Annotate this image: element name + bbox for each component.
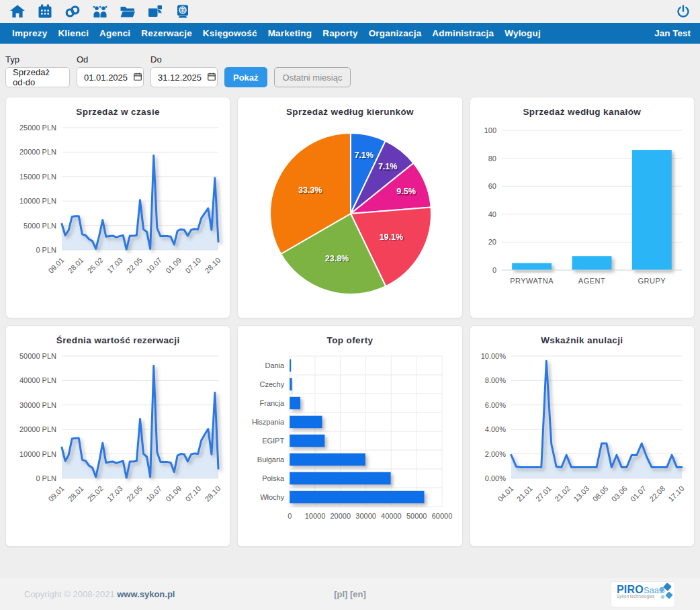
svg-text:9.5%: 9.5% [396, 187, 416, 196]
nav-marketing[interactable]: Marketing [263, 28, 318, 38]
from-date-input[interactable]: 01.01.2025 [77, 67, 144, 87]
nav-klienci[interactable]: Klienci [52, 28, 94, 38]
nav-agenci[interactable]: Agenci [94, 28, 136, 38]
user-menu[interactable]: Jan Test [652, 28, 693, 38]
svg-text:80: 80 [488, 155, 496, 163]
last-month-button[interactable]: Ostatni miesiąc [274, 67, 351, 87]
type-select[interactable]: Sprzedaż od-do [5, 67, 70, 87]
chart-title: Sprzedaż według kierunków [238, 97, 462, 120]
svg-text:0 PLN: 0 PLN [36, 246, 56, 254]
to-date-input[interactable]: 31.12.2025 [150, 67, 218, 87]
svg-text:33.3%: 33.3% [298, 185, 322, 195]
card-sales-by-destination: Sprzedaż według kierunków 7.1%7.1%7.1%7.… [237, 97, 462, 318]
svg-text:30000: 30000 [355, 512, 376, 520]
lang-en-link[interactable]: [en] [350, 589, 366, 599]
svg-text:13.03: 13.03 [572, 484, 591, 503]
svg-text:17.03: 17.03 [105, 484, 124, 503]
svg-text:0 PLN: 0 PLN [36, 474, 56, 482]
people-icon[interactable] [91, 3, 109, 21]
pirosaas-logo[interactable]: PIROSaaS Sykon technologies [611, 582, 674, 607]
svg-text:22.05: 22.05 [125, 256, 144, 275]
type-label: Typ [5, 54, 70, 64]
svg-text:07.10: 07.10 [183, 256, 202, 275]
svg-text:20000 PLN: 20000 PLN [19, 425, 56, 433]
sykon-link[interactable]: www.sykon.pl [117, 589, 175, 599]
sales-by-destination-pie: 7.1%7.1%7.1%7.1%9.5%9.5%19.1%19.1%23.8%2… [238, 120, 462, 308]
terminal-icon[interactable] [173, 3, 191, 21]
svg-text:50000: 50000 [406, 512, 427, 520]
show-button[interactable]: Pokaż [224, 67, 267, 87]
nav-ksiegowosc[interactable]: Księgowość [198, 28, 263, 38]
nav-organizacja[interactable]: Organizacja [363, 28, 427, 38]
svg-text:40000 PLN: 40000 PLN [19, 376, 56, 384]
calendar-icon[interactable] [36, 3, 54, 21]
svg-text:01.09: 01.09 [164, 484, 183, 503]
dashboard-grid: Sprzedaż w czasie 0 PLN5000 PLN10000 PLN… [0, 97, 700, 547]
svg-text:Włochy: Włochy [260, 493, 285, 501]
power-icon[interactable] [674, 3, 692, 20]
svg-text:60: 60 [488, 182, 496, 190]
svg-text:EGIPT: EGIPT [262, 437, 284, 445]
svg-text:40000: 40000 [381, 512, 402, 520]
calendar-picker-icon[interactable] [207, 72, 216, 83]
svg-text:Bułgaria: Bułgaria [257, 455, 285, 464]
filter-bar: Typ Sprzedaż od-do Od 01.01.2025 Do 31.1… [0, 44, 700, 97]
svg-text:25.02: 25.02 [85, 484, 104, 503]
svg-text:7.1%: 7.1% [354, 150, 374, 160]
svg-text:01.09: 01.09 [164, 256, 183, 275]
svg-text:21.02: 21.02 [553, 484, 572, 503]
nav-raporty[interactable]: Raporty [317, 28, 363, 38]
svg-text:Polska: Polska [262, 474, 285, 482]
svg-text:03.06: 03.06 [610, 484, 629, 503]
svg-text:23.8%: 23.8% [325, 254, 349, 263]
link-icon[interactable] [63, 3, 81, 21]
svg-text:AGENT: AGENT [578, 277, 605, 285]
svg-text:07.10: 07.10 [183, 484, 202, 503]
folder-icon[interactable] [118, 3, 136, 21]
svg-text:10000 PLN: 10000 PLN [19, 197, 56, 205]
svg-text:0: 0 [288, 512, 292, 520]
svg-text:22.08: 22.08 [648, 484, 667, 503]
svg-text:10.07: 10.07 [144, 256, 163, 275]
svg-text:4.00%: 4.00% [485, 425, 506, 433]
footer: Copyright © 2008-2021 www.sykon.pl [pl] … [0, 578, 700, 610]
svg-text:04.01: 04.01 [496, 484, 515, 503]
svg-text:10.00%: 10.00% [481, 352, 507, 360]
svg-text:PRYWATNA: PRYWATNA [511, 277, 554, 285]
card-average-booking-value: Średnia wartość rezerwacji 0 PLN10000 PL… [5, 325, 230, 547]
svg-text:Francja: Francja [259, 399, 285, 407]
svg-text:20000: 20000 [330, 512, 351, 520]
chart-title: Średnia wartość rezerwacji [6, 326, 230, 348]
svg-text:09.01: 09.01 [46, 484, 65, 503]
nav-imprezy[interactable]: Imprezy [7, 28, 52, 38]
svg-text:20: 20 [488, 238, 496, 246]
from-date-value: 01.01.2025 [84, 73, 128, 83]
svg-text:100: 100 [484, 126, 496, 134]
svg-text:8.00%: 8.00% [485, 376, 506, 384]
svg-text:10000: 10000 [305, 512, 326, 520]
chart-title: Sprzedaż w czasie [6, 97, 230, 120]
svg-text:15000 PLN: 15000 PLN [19, 173, 56, 181]
card-sales-by-channel: Sprzedaż według kanałów 020406080100PRYW… [470, 97, 695, 318]
svg-text:60000: 60000 [432, 512, 453, 520]
svg-text:22.05: 22.05 [125, 484, 144, 503]
nav-rezerwacje[interactable]: Rezerwacje [136, 28, 198, 38]
calendar-picker-icon[interactable] [133, 72, 142, 83]
lang-pl-link[interactable]: [pl] [334, 589, 347, 599]
chart-title: Sprzedaż według kanałów [470, 97, 694, 120]
copyright-text: Copyright © 2008-2021 [24, 589, 115, 599]
to-label: Do [150, 54, 218, 64]
messages-icon[interactable] [146, 3, 164, 21]
nav-administracja[interactable]: Administracja [427, 28, 499, 38]
svg-text:17.03: 17.03 [105, 256, 124, 275]
svg-text:08.05: 08.05 [591, 484, 610, 503]
svg-text:50000 PLN: 50000 PLN [19, 352, 56, 360]
svg-text:28.01: 28.01 [66, 256, 85, 275]
home-icon[interactable] [8, 3, 26, 21]
sales-by-channel-bars: 020406080100PRYWATNAAGENTGRUPY [470, 120, 694, 300]
nav-wyloguj[interactable]: Wyloguj [499, 28, 546, 38]
from-label: Od [77, 54, 144, 64]
svg-text:28.10: 28.10 [203, 484, 222, 503]
svg-text:25000 PLN: 25000 PLN [19, 124, 56, 132]
chart-title: Top oferty [238, 326, 462, 348]
